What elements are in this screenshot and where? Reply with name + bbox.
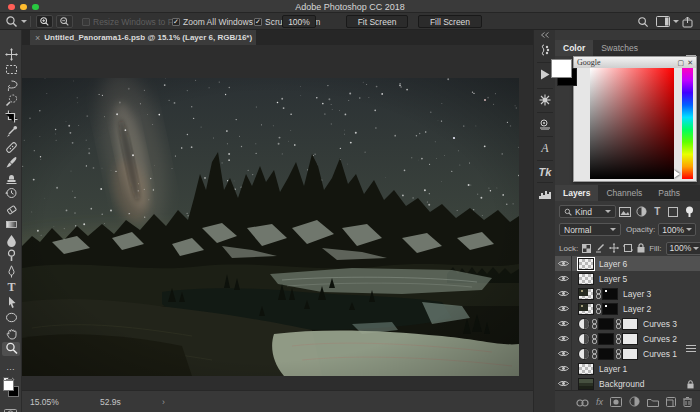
visibility-eye-icon[interactable] <box>555 316 572 331</box>
layer-mask-thumbnail[interactable] <box>602 303 618 315</box>
tab-swatches[interactable]: Swatches <box>593 40 646 56</box>
healing-brush-tool[interactable] <box>2 140 20 154</box>
zoom-in-button[interactable] <box>36 15 53 28</box>
filter-shape-layers-icon[interactable] <box>667 205 680 218</box>
filters-panel-icon[interactable] <box>534 90 556 110</box>
adjustment-mask-thumbnail[interactable] <box>598 333 614 345</box>
layer-mask-thumbnail[interactable] <box>602 288 618 300</box>
fill-screen-button[interactable]: Fill Screen <box>418 15 482 28</box>
adjustment-mask-thumbnail[interactable] <box>598 318 614 330</box>
adjustment-layer-icon[interactable] <box>578 348 590 360</box>
histogram-panel-icon[interactable] <box>534 184 556 204</box>
layer-row[interactable]: Layer 2 <box>555 301 700 316</box>
character-panel-icon[interactable] <box>534 114 556 134</box>
lock-pixels-icon[interactable] <box>595 242 605 255</box>
canvas-viewport[interactable] <box>22 45 533 390</box>
type-tool[interactable]: T <box>2 280 20 294</box>
layer-row[interactable]: Background <box>555 376 700 391</box>
hand-tool[interactable] <box>2 326 20 340</box>
adjustment-mask-thumbnail[interactable] <box>598 348 614 360</box>
visibility-eye-icon[interactable] <box>555 301 572 316</box>
layer-row[interactable]: Curves 1 <box>555 346 700 361</box>
fit-screen-button[interactable]: Fit Screen <box>346 15 408 28</box>
blur-tool[interactable] <box>2 233 20 247</box>
google-color-window[interactable]: Google ▢ ✕ <box>573 56 697 182</box>
crop-tool[interactable] <box>2 109 20 123</box>
visibility-eye-icon[interactable] <box>555 376 572 391</box>
filter-adjustment-layers-icon[interactable] <box>635 205 648 218</box>
close-icon[interactable]: ✕ <box>687 59 693 67</box>
move-tool[interactable] <box>2 47 20 61</box>
filter-smart-objects-icon[interactable] <box>683 205 696 218</box>
visibility-eye-icon[interactable] <box>555 331 572 346</box>
layer-row[interactable]: Curves 3 <box>555 316 700 331</box>
foreground-color-swatch[interactable] <box>551 59 572 78</box>
lock-transparency-icon[interactable] <box>582 242 591 255</box>
layer-row[interactable]: Layer 6 <box>555 256 700 271</box>
adjustment-layer-icon[interactable] <box>578 318 590 330</box>
styles-panel-icon[interactable]: A <box>534 138 556 158</box>
zoom-all-windows-checkbox[interactable]: ✓ Zoom All Windows <box>172 13 253 30</box>
quick-selection-tool[interactable] <box>2 94 20 108</box>
share-button[interactable] <box>682 13 693 30</box>
lock-all-icon[interactable] <box>637 242 645 255</box>
layer-row[interactable]: Layer 3 <box>555 286 700 301</box>
document-tab[interactable]: × Untitled_Panorama1-6.psb @ 15.1% (Laye… <box>30 30 256 45</box>
gradient-tool[interactable] <box>2 218 20 232</box>
layer-thumbnail[interactable] <box>578 378 594 390</box>
workspace-switcher[interactable] <box>656 13 679 30</box>
layer-row[interactable]: Layer 5 <box>555 271 700 286</box>
layer-thumbnail[interactable] <box>578 303 594 315</box>
layer-thumbnail[interactable] <box>578 363 594 375</box>
hue-slider[interactable] <box>682 68 693 179</box>
dodge-tool[interactable] <box>2 249 20 263</box>
visibility-eye-icon[interactable] <box>555 346 572 361</box>
status-options-chevron[interactable]: › <box>162 397 165 407</box>
filter-type-layers-icon[interactable]: T <box>651 205 664 218</box>
new-group-icon[interactable] <box>647 393 659 411</box>
tk-actions-panel-icon[interactable]: Tk <box>534 162 556 182</box>
quick-mask-icon[interactable] <box>4 404 17 412</box>
layer-row[interactable]: Curves 2 <box>555 331 700 346</box>
eraser-tool[interactable] <box>2 202 20 216</box>
search-button[interactable] <box>637 13 649 30</box>
visibility-eye-icon[interactable] <box>555 271 572 286</box>
lock-artboard-icon[interactable] <box>623 242 633 255</box>
tab-layers[interactable]: Layers <box>555 185 598 201</box>
foreground-color-swatch[interactable] <box>3 380 14 391</box>
zoom-level[interactable]: 15.05% <box>30 397 59 407</box>
fill-value[interactable]: 100% <box>666 242 700 255</box>
layer-style-icon[interactable]: fx <box>596 397 603 407</box>
history-brush-tool[interactable] <box>2 187 20 201</box>
path-selection-tool[interactable] <box>2 295 20 309</box>
zoom-tool-preset[interactable] <box>5 13 27 30</box>
filter-pixel-layers-icon[interactable] <box>619 205 632 218</box>
visibility-eye-icon[interactable] <box>555 361 572 376</box>
resize-windows-checkbox[interactable]: Resize Windows to Fit <box>82 13 177 30</box>
google-window-titlebar[interactable]: Google ▢ ✕ <box>574 57 696 68</box>
new-adjustment-layer-icon[interactable] <box>629 393 640 411</box>
layer-filter-kind-select[interactable]: Kind <box>559 205 616 218</box>
eyedropper-tool[interactable] <box>2 125 20 139</box>
maximize-icon[interactable]: ▢ <box>678 59 685 67</box>
tab-channels[interactable]: Channels <box>598 185 650 201</box>
close-tab-icon[interactable]: × <box>35 33 40 43</box>
add-layer-mask-icon[interactable] <box>610 393 622 411</box>
layer-thumbnail[interactable] <box>578 273 594 285</box>
panel-icon-brushes[interactable] <box>534 40 556 60</box>
saturation-brightness-field[interactable] <box>590 68 674 179</box>
adjustment-mask2-thumbnail[interactable] <box>622 318 638 330</box>
adjustment-layer-icon[interactable] <box>578 333 590 345</box>
tab-color[interactable]: Color <box>555 40 593 56</box>
blend-mode-select[interactable]: Normal <box>559 223 621 236</box>
pen-tool[interactable] <box>2 264 20 278</box>
layer-thumbnail[interactable] <box>578 288 594 300</box>
ellipse-shape-tool[interactable] <box>2 311 20 325</box>
zoom-tool[interactable] <box>2 342 20 356</box>
photo-canvas[interactable] <box>22 78 519 376</box>
adjustment-mask2-thumbnail[interactable] <box>622 333 638 345</box>
visibility-eye-icon[interactable] <box>555 286 572 301</box>
layer-row[interactable]: Layer 1 <box>555 361 700 376</box>
brush-tool[interactable] <box>2 156 20 170</box>
opacity-value[interactable]: 100% <box>658 223 696 236</box>
